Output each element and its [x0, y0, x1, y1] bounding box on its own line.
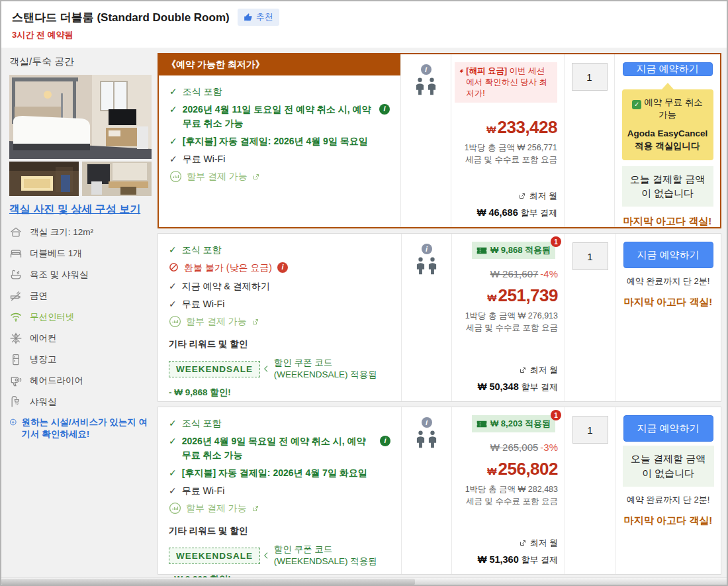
monthly-installment-icon: [519, 539, 527, 547]
feature-pay-later: ✓[후지불] 자동 결제일: 2026년 4월 9일 목요일: [169, 134, 390, 148]
coupon-applied-text: 할인 쿠폰 코드(WEEKENDSALE) 적용됨: [274, 544, 390, 567]
amenity-label: 객실 크기: 12m²: [30, 226, 93, 238]
room-photo-thumb-desk[interactable]: [82, 162, 152, 196]
amenity-label: 샤워실: [30, 396, 57, 408]
page: 스탠다드 더블룸 (Standard Double Room) 추천 3시간 전…: [0, 0, 728, 586]
amenity-label: 더블베드 1개: [30, 248, 82, 260]
refrigerator-icon: [9, 353, 23, 366]
no-smoking-icon: [9, 289, 23, 303]
person-icon: [415, 77, 425, 96]
book-now-button[interactable]: 지금 예약하기: [623, 62, 713, 76]
amenity-hair-dryer: 헤어드라이어: [9, 374, 154, 387]
lowest-price-banner: 《예약 가능한 최저가》: [159, 54, 400, 75]
installment-available-link[interactable]: 할부 결제 가능: [169, 315, 390, 328]
feature-book-pay-now: ✓지금 예약 & 결제하기: [169, 279, 390, 293]
external-link-icon: [252, 173, 260, 181]
room-photo-thumb-lobby[interactable]: [9, 162, 79, 196]
person-icon: [416, 257, 426, 275]
per-night-total: 1박당 총 금액 ₩ 256,771: [465, 142, 557, 154]
sidebar-title: 객실/투숙 공간: [9, 56, 154, 68]
feature-free-cancellation: ✓2026년 4월 9일 목요일 전 예약 취소 시, 예약 무료 취소 가능i: [169, 434, 390, 462]
installment-available-link[interactable]: 할부 결제 가능: [169, 170, 390, 183]
coupon-applied-text: 할인 쿠폰 코드(WEEKENDSALE) 적용됨: [274, 357, 390, 381]
happy-fare-banner: [해피 요금] 이번 세션에서 확인하신 당사 최저가!: [455, 62, 557, 103]
info-icon[interactable]: i: [379, 104, 390, 115]
occupancy-info-icon[interactable]: i: [422, 417, 432, 428]
hair-dryer-icon: [9, 374, 23, 387]
person-icon: [428, 257, 437, 275]
offer3-features-column: ✓조식 포함 ✓2026년 4월 9일 목요일 전 예약 취소 시, 예약 무료…: [158, 407, 401, 574]
book-now-button[interactable]: 지금 예약하기: [623, 415, 713, 442]
check-square-icon: ✓: [632, 100, 641, 109]
offer3-quantity-column: 1: [565, 407, 615, 574]
offer3-occupancy-column: i: [401, 407, 451, 574]
coupon-line: WEEKENDSALE 할인 쿠폰 코드(WEEKENDSALE) 적용됨: [169, 357, 390, 381]
tooltip-arrow: [662, 83, 674, 89]
amenity-air-conditioner: 에어컨: [9, 332, 154, 345]
recently-booked-note: 3시간 전 예약됨: [12, 29, 716, 41]
person-icon: [416, 430, 426, 449]
offer2-features-column: ✓조식 포함 환불 불가 (낮은 요금)i ✓지금 예약 & 결제하기 ✓무료 …: [158, 234, 401, 401]
installment-icon: [169, 315, 181, 328]
info-icon[interactable]: i: [277, 262, 288, 273]
plus-circle-icon: [9, 416, 17, 428]
tax-note: 세금 및 수수료 포함 요금: [466, 322, 558, 334]
installment-icon: [169, 170, 182, 183]
check-icon: ✓: [169, 279, 177, 293]
coupon-code-tag: WEEKENDSALE: [169, 361, 260, 377]
feature-breakfast: ✓조식 포함: [169, 243, 390, 256]
booking-duration-note: 예약 완료까지 단 2분!: [627, 494, 710, 506]
room-photos-details-link[interactable]: 객실 사진 및 상세 구성 보기: [9, 203, 140, 217]
offer1-features-column: 《예약 가능한 최저가》 ✓조식 포함 ✓2026년 4월 11일 토요일 전 …: [159, 54, 400, 227]
room-photo-main[interactable]: [9, 75, 152, 159]
check-icon: ✓: [169, 484, 177, 497]
ticket-icon: [477, 247, 487, 254]
applied-count-badge: 1: [551, 236, 561, 247]
amenity-no-smoking: 금연: [9, 289, 154, 303]
tax-note: 세금 및 수수료 포함 요금: [466, 495, 558, 507]
offer-row-1: 《예약 가능한 최저가》 ✓조식 포함 ✓2026년 4월 11일 토요일 전 …: [158, 53, 721, 228]
horizontal-scrollbar-thumb[interactable]: [1, 579, 415, 585]
coupon-code-tag: WEEKENDSALE: [169, 548, 260, 564]
book-now-button[interactable]: 지금 예약하기: [623, 242, 713, 268]
installment-icon: [169, 502, 181, 514]
amenity-room-size: 객실 크기: 12m²: [9, 226, 154, 239]
rewards-section-title: 기타 리워드 및 할인: [169, 338, 390, 350]
wifi-icon: [9, 311, 23, 324]
quantity-selector[interactable]: 1: [572, 63, 608, 91]
quantity-selector[interactable]: 1: [572, 416, 608, 444]
easycancel-tooltip: ✓예약 무료 취소 가능 Agoda EasyCancel 적용 객실입니다: [622, 89, 713, 160]
occupancy-info-icon[interactable]: i: [422, 244, 432, 254]
applied-count-badge: 1: [551, 410, 561, 420]
current-price: ₩251,739: [487, 285, 558, 306]
amenity-label: 에어컨: [30, 332, 57, 344]
ticket-icon: [477, 420, 487, 428]
amenity-label: 헤어드라이어: [30, 375, 83, 387]
recommended-badge: 추천: [238, 9, 279, 26]
occupancy-info-icon[interactable]: i: [421, 64, 432, 75]
monthly-installment-icon: [519, 366, 527, 374]
room-header: 스탠다드 더블룸 (Standard Double Room) 추천 3시간 전…: [1, 1, 727, 48]
installment-available-link[interactable]: 할부 결제 가능: [169, 502, 390, 514]
bathtub-icon: [9, 268, 23, 281]
shower-icon: [9, 395, 23, 409]
no-payment-today-note: 오늘 결제할 금액이 없습니다: [622, 166, 713, 207]
occupancy-icons: [416, 257, 437, 275]
offer2-occupancy-column: i: [401, 234, 451, 401]
content-layout: 객실/투숙 공간: [1, 48, 727, 577]
check-icon: ✓: [169, 416, 177, 430]
coupon-notch-icon: [264, 551, 268, 560]
info-icon[interactable]: i: [380, 436, 390, 446]
original-price-line: ₩ 261,607-4%: [490, 268, 558, 279]
facilities-check-link[interactable]: 원하는 시설/서비스가 있는지 여기서 확인하세요!: [9, 416, 154, 440]
last-room-note: 마지막 아고다 객실!: [623, 215, 711, 228]
check-icon: ✓: [169, 103, 177, 116]
external-link-icon: [251, 318, 259, 326]
horizontal-scrollbar[interactable]: [1, 577, 727, 585]
offer1-action-column: 지금 예약하기 ✓예약 무료 취소 가능 Agoda EasyCancel 적용…: [614, 54, 720, 227]
quantity-selector[interactable]: 1: [572, 242, 608, 270]
no-payment-today-note: 오늘 결제할 금액이 없습니다: [623, 446, 714, 487]
coupon-notch-icon: [264, 364, 268, 373]
monthly-installment-icon: [518, 192, 526, 200]
offer-row-3: ✓조식 포함 ✓2026년 4월 9일 목요일 전 예약 취소 시, 예약 무료…: [158, 407, 721, 575]
